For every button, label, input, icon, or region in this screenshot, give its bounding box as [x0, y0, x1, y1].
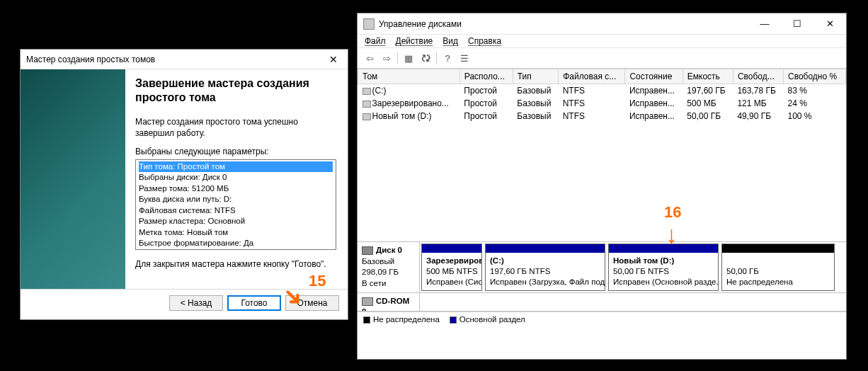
diskmgmt-window: Управление дисками — ☐ ✕ Файл Действие В…	[357, 13, 847, 360]
wizard-sidebar-image	[21, 69, 125, 289]
param-row: Буква диска или путь: D:	[139, 194, 333, 205]
disk-graph-area: Диск 0 Базовый 298,09 ГБ В сети Зарезерв…	[358, 241, 846, 312]
col-volume[interactable]: Том	[358, 69, 460, 84]
back-icon[interactable]: ⇦	[362, 50, 377, 66]
volume-icon	[362, 101, 371, 108]
menu-help[interactable]: Справка	[468, 36, 501, 46]
col-fs[interactable]: Файловая с...	[559, 69, 625, 84]
refresh-icon[interactable]: 🗘	[418, 50, 433, 66]
param-row: Быстрое форматирование: Да	[139, 238, 333, 249]
partition-box[interactable]: Новый том (D:)50,00 ГБ NTFSИсправен (Осн…	[608, 244, 719, 291]
diskmgmt-toolbar: ⇦ ⇨ ▦ 🗘 ? ☰	[358, 48, 846, 69]
table-header-row: Том Располо... Тип Файловая с... Состоян…	[358, 69, 846, 84]
close-icon[interactable]: ✕	[813, 14, 846, 34]
diskmgmt-title: Управление дисками	[379, 19, 748, 29]
annotation-15: 15	[309, 272, 326, 290]
wizard-window: Мастер создания простых томов ✕ Завершен…	[20, 49, 348, 320]
wizard-title: Мастер создания простых томов	[26, 55, 155, 64]
col-free-pct[interactable]: Свободно %	[783, 69, 845, 84]
table-row[interactable]: Зарезервировано...ПростойБазовыйNTFSИспр…	[358, 97, 846, 110]
volume-table[interactable]: Том Располо... Тип Файловая с... Состоян…	[358, 69, 846, 122]
disk0-label[interactable]: Диск 0 Базовый 298,09 ГБ В сети	[358, 242, 420, 292]
partition-box[interactable]: Зарезервиров500 МБ NTFSИсправен (Сис	[421, 244, 482, 291]
col-free[interactable]: Свобод...	[733, 69, 783, 84]
table-row[interactable]: (C:)ПростойБазовыйNTFSИсправен...197,60 …	[358, 84, 846, 98]
col-layout[interactable]: Располо...	[459, 69, 513, 84]
annotation-16: 16	[664, 203, 681, 222]
finish-button[interactable]: Готово	[227, 295, 281, 311]
table-view-icon[interactable]: ▦	[401, 50, 416, 66]
diskmgmt-legend: Не распределена Основной раздел	[358, 312, 846, 326]
partition-box[interactable]: (C:)197,60 ГБ NTFSИсправен (Загрузка, Фа…	[485, 244, 605, 291]
param-row: Метка тома: Новый том	[139, 227, 333, 239]
wizard-blurb: Мастер создания простого тома успешно за…	[135, 116, 336, 139]
param-row: Размер кластера: Основной	[139, 216, 333, 227]
menu-action[interactable]: Действие	[396, 36, 433, 46]
col-type[interactable]: Тип	[513, 69, 558, 84]
menu-view[interactable]: Вид	[442, 36, 458, 46]
legend-unalloc-swatch	[363, 316, 370, 324]
legend-primary-swatch	[450, 316, 457, 324]
param-row[interactable]: Тип тома: Простой том	[139, 161, 333, 173]
wizard-heading: Завершение мастера создания простого том…	[135, 76, 336, 105]
diskmgmt-titlebar[interactable]: Управление дисками — ☐ ✕	[358, 13, 846, 35]
volume-icon	[362, 113, 371, 120]
col-capacity[interactable]: Емкость	[683, 69, 733, 84]
app-icon	[363, 18, 375, 30]
wizard-params-list[interactable]: Тип тома: Простой том Выбраны диски: Дис…	[135, 159, 336, 250]
param-row: Файловая система: NTFS	[139, 205, 333, 217]
diskmgmt-menubar: Файл Действие Вид Справка	[358, 35, 846, 48]
forward-icon: ⇨	[379, 50, 394, 66]
disk-icon	[362, 246, 373, 255]
param-row: Выбраны диски: Диск 0	[139, 172, 333, 183]
cdrom-label[interactable]: CD-ROM 0 DVD (E:)	[358, 293, 420, 311]
col-status[interactable]: Состояние	[625, 69, 683, 84]
disk0-row[interactable]: Диск 0 Базовый 298,09 ГБ В сети Зарезерв…	[358, 242, 846, 293]
settings-icon[interactable]: ☰	[457, 50, 472, 66]
close-icon[interactable]: ✕	[325, 54, 342, 65]
cdrom-row[interactable]: CD-ROM 0 DVD (E:)	[358, 293, 846, 312]
wizard-titlebar[interactable]: Мастер создания простых томов ✕	[21, 50, 348, 69]
arrow-down-icon: ↓	[666, 221, 678, 249]
wizard-hint: Для закрытия мастера нажмите кнопку "Гот…	[135, 258, 336, 270]
minimize-icon[interactable]: —	[748, 14, 781, 34]
menu-file[interactable]: Файл	[365, 36, 386, 46]
wizard-params-label: Выбраны следующие параметры:	[135, 146, 336, 157]
back-button[interactable]: < Назад	[169, 295, 223, 311]
help-icon[interactable]: ?	[440, 50, 455, 66]
cdrom-icon	[362, 297, 373, 306]
volume-icon	[362, 88, 371, 95]
maximize-icon[interactable]: ☐	[781, 14, 813, 34]
param-row: Размер тома: 51200 МБ	[139, 183, 333, 195]
partition-box[interactable]: 50,00 ГБНе распределена	[721, 244, 835, 291]
param-row: Применение сжатия файлов и папок: Нет	[139, 249, 333, 250]
table-row[interactable]: Новый том (D:)ПростойБазовыйNTFSИсправен…	[358, 110, 846, 122]
